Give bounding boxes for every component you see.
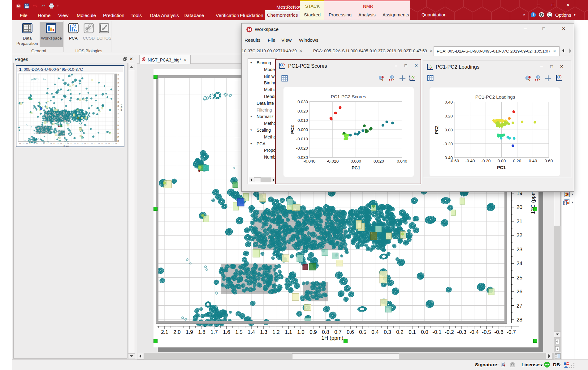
svg-text:1.9: 1.9 [186, 329, 193, 335]
svg-text:PC2: PC2 [290, 125, 295, 134]
svg-text:PC1-PC2 Scores: PC1-PC2 Scores [331, 94, 366, 99]
svg-text:28: 28 [517, 317, 522, 323]
svg-text:19: 19 [118, 105, 119, 107]
svg-text:-0.010: -0.010 [296, 137, 308, 141]
svg-text:11: 11 [118, 74, 119, 76]
svg-text:PC1-PC2 Loadings: PC1-PC2 Loadings [475, 94, 515, 100]
svg-text:1.3: 1.3 [260, 329, 267, 335]
svg-text:24: 24 [118, 125, 119, 126]
svg-text:21: 21 [118, 113, 119, 115]
svg-text:0.0: 0.0 [421, 329, 428, 335]
svg-text:0.60: 0.60 [545, 159, 553, 163]
svg-text:1.8: 1.8 [29, 143, 31, 145]
svg-text:15: 15 [118, 90, 119, 91]
svg-text:PC1: PC1 [497, 165, 506, 170]
svg-text:0.010: 0.010 [297, 118, 308, 123]
svg-text:22: 22 [517, 232, 522, 238]
svg-text:2.1: 2.1 [19, 143, 21, 145]
svg-text:-0.020: -0.020 [327, 159, 339, 164]
svg-text:0.0: 0.0 [91, 143, 93, 145]
svg-text:25: 25 [517, 275, 522, 281]
svg-text:27: 27 [118, 136, 119, 138]
svg-text:0.020: 0.020 [297, 109, 308, 113]
svg-text:1H (ppm): 1H (ppm) [63, 145, 69, 147]
svg-text:0.7: 0.7 [67, 143, 69, 145]
svg-text:1.0: 1.0 [57, 143, 59, 145]
svg-text:-0.60: -0.60 [450, 159, 459, 163]
svg-text:17: 17 [118, 98, 119, 99]
svg-text:%: % [72, 23, 76, 28]
svg-text:0.40: 0.40 [529, 159, 537, 163]
svg-text:1.7: 1.7 [210, 329, 218, 335]
svg-text:PC1: PC1 [352, 165, 360, 170]
svg-text:1.4: 1.4 [43, 143, 45, 145]
svg-text:0.5: 0.5 [74, 143, 76, 145]
svg-text:20: 20 [118, 109, 119, 111]
svg-text:0.1: 0.1 [409, 329, 416, 335]
svg-text:26: 26 [517, 289, 522, 295]
svg-text:1.1: 1.1 [285, 329, 292, 335]
svg-text:0.3: 0.3 [81, 143, 83, 145]
svg-text:1.0: 1.0 [297, 329, 305, 335]
svg-text:1.2: 1.2 [50, 143, 52, 145]
svg-text:0.6: 0.6 [71, 143, 72, 145]
svg-text:0.5: 0.5 [359, 329, 366, 335]
svg-text:1.6: 1.6 [36, 143, 38, 145]
svg-text:26: 26 [118, 133, 119, 134]
svg-text:0.2: 0.2 [84, 143, 86, 145]
svg-text:0.2: 0.2 [396, 329, 404, 335]
svg-text:2.1: 2.1 [161, 329, 168, 335]
svg-text:0.8: 0.8 [322, 329, 329, 335]
svg-text:2.0: 2.0 [23, 143, 24, 145]
svg-text:24: 24 [517, 261, 522, 266]
svg-text:-0.40: -0.40 [465, 159, 475, 163]
svg-text:-0.6: -0.6 [111, 143, 114, 145]
svg-text:0.8: 0.8 [64, 143, 66, 145]
svg-text:22: 22 [118, 117, 119, 118]
svg-text:-0.020: -0.020 [296, 146, 308, 151]
svg-text:M: M [17, 4, 20, 8]
svg-text:0.000: 0.000 [297, 127, 308, 132]
svg-text:16: 16 [118, 94, 119, 95]
svg-text:-0.1: -0.1 [94, 143, 97, 145]
svg-text:25: 25 [118, 129, 119, 130]
svg-text:-0.6: -0.6 [494, 329, 503, 335]
svg-text:1.4: 1.4 [248, 329, 255, 335]
svg-text:21: 21 [517, 219, 522, 224]
svg-text:14: 14 [118, 86, 119, 87]
svg-text:-0.7: -0.7 [115, 143, 117, 145]
svg-text:0.40: 0.40 [445, 100, 453, 104]
svg-text:-0.2: -0.2 [445, 329, 454, 335]
svg-text:2.0: 2.0 [173, 329, 181, 335]
svg-text:1.9: 1.9 [26, 143, 28, 145]
svg-text:-0.7: -0.7 [507, 329, 516, 335]
svg-text:1.3: 1.3 [46, 143, 48, 145]
svg-text:-0.5: -0.5 [108, 143, 110, 145]
svg-text:1.1: 1.1 [53, 143, 55, 145]
svg-text:28: 28 [118, 140, 119, 142]
svg-text:27: 27 [517, 303, 522, 309]
svg-text:0.040: 0.040 [397, 159, 407, 164]
svg-text:20: 20 [517, 204, 522, 210]
svg-text:23: 23 [517, 247, 522, 253]
svg-text:-0.5: -0.5 [482, 329, 491, 335]
svg-text:18: 18 [118, 101, 119, 103]
svg-text:12: 12 [118, 78, 119, 80]
svg-text:0.020: 0.020 [374, 159, 384, 164]
svg-text:-0.3: -0.3 [457, 329, 466, 335]
svg-text:0.9: 0.9 [60, 143, 62, 145]
svg-text:0.000: 0.000 [351, 159, 361, 164]
svg-text:-0.20: -0.20 [443, 142, 453, 146]
svg-text:0.6: 0.6 [347, 329, 354, 335]
svg-text:0.1: 0.1 [88, 143, 89, 145]
svg-text:-0.20: -0.20 [481, 159, 491, 163]
svg-text:1.8: 1.8 [198, 329, 205, 335]
svg-text:-0.040: -0.040 [304, 159, 315, 164]
svg-text:1.2: 1.2 [272, 329, 280, 335]
svg-text:0.4: 0.4 [77, 143, 79, 145]
svg-text:13C (ppm): 13C (ppm) [121, 104, 122, 111]
svg-text:-0.1: -0.1 [432, 329, 441, 335]
svg-text:0.4: 0.4 [371, 329, 379, 335]
svg-text:1.7: 1.7 [33, 143, 35, 145]
svg-text:0.00: 0.00 [445, 128, 453, 132]
